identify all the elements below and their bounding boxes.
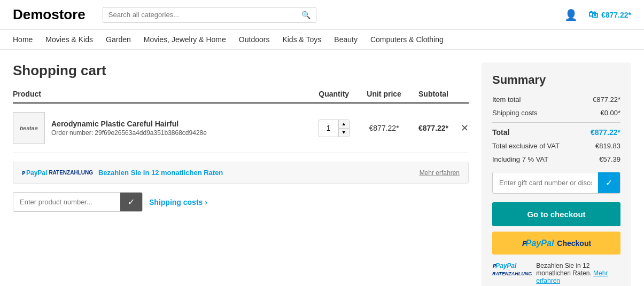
quantity-arrows: ▲ ▼ <box>338 120 349 137</box>
search-icon: 🔍 <box>301 11 311 19</box>
product-thumbnail: beatae <box>13 112 45 144</box>
remove-cell: ✕ <box>456 103 469 153</box>
promo-input[interactable] <box>13 194 120 210</box>
summary-total: Total €877.22* <box>492 122 620 137</box>
shipping-chevron-icon: › <box>205 198 207 206</box>
user-icon[interactable]: 👤 <box>564 9 578 21</box>
subtotal-cell: €877.22* <box>410 103 456 153</box>
col-subtotal: Subtotal <box>410 90 456 103</box>
gift-card-input[interactable] <box>493 173 598 192</box>
search-input[interactable] <box>108 11 301 19</box>
paypal-p-blue: ᴘ <box>22 169 25 177</box>
product-order-number: Order number: 29f69e26563a4dd9a351b3868c… <box>51 129 207 137</box>
paypal-checkout-button[interactable]: ᴘPayPal Checkout <box>492 232 620 255</box>
summary-shipping: Shipping costs €0.00* <box>492 109 620 117</box>
summary-box: Summary Item total €877.22* Shipping cos… <box>482 62 631 286</box>
nav-garden[interactable]: Garden <box>106 35 131 44</box>
promo-row: ✓ Shipping costs › <box>13 192 469 212</box>
nav-computers-clothing[interactable]: Computers & Clothing <box>370 35 444 44</box>
summary-item-total: Item total €877.22* <box>492 96 620 104</box>
quantity-selector[interactable]: ▲ ▼ <box>319 120 350 137</box>
summary-incl-vat-label: Including 7 % VAT <box>492 155 548 163</box>
col-product: Product <box>13 90 310 103</box>
quantity-down[interactable]: ▼ <box>339 129 349 137</box>
product-name: Aerodynamic Plastic Careful Hairful <box>51 120 207 128</box>
quantity-input[interactable] <box>319 122 338 134</box>
gift-card-submit-button[interactable]: ✓ <box>598 172 620 193</box>
promo-input-wrap: ✓ <box>13 192 143 212</box>
summary-total-label: Total <box>492 128 509 137</box>
nav-beauty[interactable]: Beauty <box>334 35 358 44</box>
header: Demostore 🔍 👤 🛍 €877.22* <box>0 0 644 30</box>
remove-item-button[interactable]: ✕ <box>461 123 469 133</box>
table-row: beatae Aerodynamic Plastic Careful Hairf… <box>13 103 469 153</box>
nav-kids-toys[interactable]: Kids & Toys <box>282 35 321 44</box>
summary-excl-vat-label: Total exclusive of VAT <box>492 142 560 150</box>
nav-movies-kids[interactable]: Movies & Kids <box>45 35 93 44</box>
cart-icon: 🛍 <box>588 9 598 20</box>
summary-paypal-text: Bezahlen Sie in 12 monatlichen Raten. Me… <box>536 262 620 284</box>
paypal-installment-text: Bezahlen Sie in 12 monatlichen Raten <box>98 169 223 177</box>
nav: Home Movies & Kids Garden Movies, Jewelr… <box>0 30 644 50</box>
paypal-logo-small: ᴘPayPal RATENZAHLUNG <box>22 169 93 177</box>
quantity-up[interactable]: ▲ <box>339 120 349 129</box>
paypal-installment-banner: ᴘPayPal RATENZAHLUNG Bezahlen Sie in 12 … <box>13 162 469 184</box>
shipping-costs-label: Shipping costs <box>149 198 203 206</box>
product-cell: beatae Aerodynamic Plastic Careful Hairf… <box>13 112 310 144</box>
paypal-btn-checkout-label: Checkout <box>557 239 591 248</box>
nav-home[interactable]: Home <box>13 35 33 44</box>
col-unit-price: Unit price <box>358 90 410 103</box>
logo[interactable]: Demostore <box>13 6 86 23</box>
header-actions: 👤 🛍 €877.22* <box>564 9 631 21</box>
cart-info[interactable]: 🛍 €877.22* <box>588 9 631 20</box>
gift-card-input-wrap: ✓ <box>492 172 620 194</box>
paypal-mehr-erfahren-link[interactable]: Mehr erfahren <box>420 169 460 177</box>
paypal-btn-logo: ᴘPayPal <box>522 238 554 248</box>
cart-table: Product Quantity Unit price Subtotal bea… <box>13 90 469 153</box>
cart-area: Shopping cart Product Quantity Unit pric… <box>13 62 469 212</box>
paypal-p-light: PayPal <box>26 169 47 177</box>
summary-title: Summary <box>492 73 620 87</box>
summary-item-total-label: Item total <box>492 96 521 104</box>
col-quantity: Quantity <box>310 90 358 103</box>
search-bar[interactable]: 🔍 <box>103 7 316 23</box>
quantity-cell: ▲ ▼ <box>310 103 358 153</box>
unit-price-cell: €877.22* <box>358 103 410 153</box>
main-content: Shopping cart Product Quantity Unit pric… <box>0 50 644 286</box>
checkout-button[interactable]: Go to checkout <box>492 202 620 226</box>
promo-submit-button[interactable]: ✓ <box>120 193 142 211</box>
summary-excl-vat-value: €819.83 <box>595 142 620 150</box>
summary-paypal-icon: ᴘPayPal RATENZAHLUNG <box>492 262 532 277</box>
logo-thin: store <box>51 6 86 22</box>
summary-shipping-label: Shipping costs <box>492 109 538 117</box>
shipping-costs-link[interactable]: Shipping costs › <box>149 198 207 206</box>
summary-shipping-value: €0.00* <box>600 109 620 117</box>
nav-outdoors[interactable]: Outdoors <box>239 35 270 44</box>
nav-movies-jewelry-home[interactable]: Movies, Jewelry & Home <box>144 35 226 44</box>
summary-incl-vat: Including 7 % VAT €57.39 <box>492 155 620 163</box>
summary-paypal-banner: ᴘPayPal RATENZAHLUNG Bezahlen Sie in 12 … <box>492 262 620 284</box>
summary-incl-vat-value: €57.39 <box>599 155 620 163</box>
summary-excl-vat: Total exclusive of VAT €819.83 <box>492 142 620 150</box>
cart-title: Shopping cart <box>13 62 469 79</box>
product-details: Aerodynamic Plastic Careful Hairful Orde… <box>51 120 207 137</box>
summary-item-total-value: €877.22* <box>593 96 620 104</box>
logo-bold: Demo <box>13 6 51 22</box>
summary-total-value: €877.22* <box>591 128 620 137</box>
cart-total: €877.22* <box>601 11 631 19</box>
paypal-ratenzahlung-label: RATENZAHLUNG <box>49 170 93 176</box>
